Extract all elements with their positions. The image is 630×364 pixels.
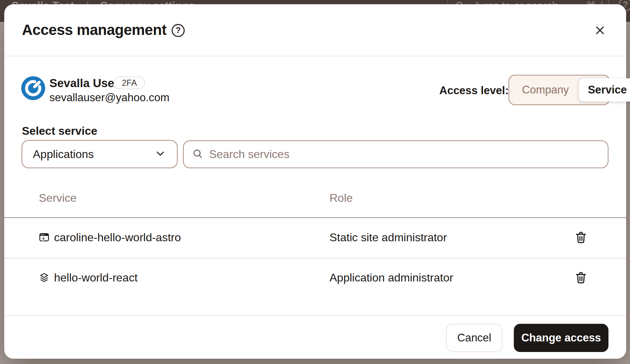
- search-services-box: [183, 140, 608, 168]
- toggle-option-company[interactable]: Company: [512, 84, 579, 96]
- access-level-toggle: Company Service: [509, 75, 610, 105]
- header-divider: [4, 56, 626, 56]
- layers-icon: [39, 272, 49, 283]
- user-name: Sevalla User: [49, 77, 119, 90]
- change-access-button[interactable]: Change access: [514, 324, 608, 352]
- two-factor-badge: 2FA: [114, 77, 145, 89]
- dropdown-value: Applications: [33, 148, 94, 161]
- table-row-role: Application administrator: [329, 271, 453, 284]
- toggle-option-service[interactable]: Service: [579, 78, 630, 102]
- column-header-service: Service: [39, 192, 77, 204]
- static-site-icon: [39, 232, 49, 243]
- select-service-label: Select service: [22, 125, 97, 137]
- table-row-role: Static site administrator: [329, 231, 447, 244]
- footer-divider: [4, 315, 626, 316]
- table-header-divider: [4, 217, 626, 218]
- service-type-dropdown[interactable]: Applications: [22, 140, 178, 168]
- trash-icon[interactable]: [573, 270, 588, 285]
- trash-icon[interactable]: [573, 230, 588, 245]
- chevron-down-icon: [154, 147, 166, 161]
- cancel-button[interactable]: Cancel: [446, 324, 503, 352]
- table-row-divider: [4, 258, 626, 259]
- avatar: [21, 76, 45, 100]
- table-row-service: hello-world-react: [54, 271, 138, 284]
- search-services-input[interactable]: [208, 147, 599, 161]
- dialog-title: Access management: [22, 22, 166, 38]
- close-icon[interactable]: [592, 22, 608, 38]
- search-icon: [192, 148, 203, 161]
- help-icon[interactable]: ?: [172, 24, 185, 37]
- access-management-dialog: Access management ? Sevalla User 2FA sev…: [4, 4, 626, 359]
- user-email: sevallauser@yahoo.com: [49, 91, 170, 104]
- column-header-role: Role: [329, 192, 353, 204]
- table-row-service: caroline-hello-world-astro: [54, 231, 181, 244]
- screen: Sevalla Test / Company settings Jump to …: [0, 0, 630, 364]
- dialog-header: Access management ?: [4, 4, 626, 56]
- access-level-label: Access level:: [439, 85, 509, 97]
